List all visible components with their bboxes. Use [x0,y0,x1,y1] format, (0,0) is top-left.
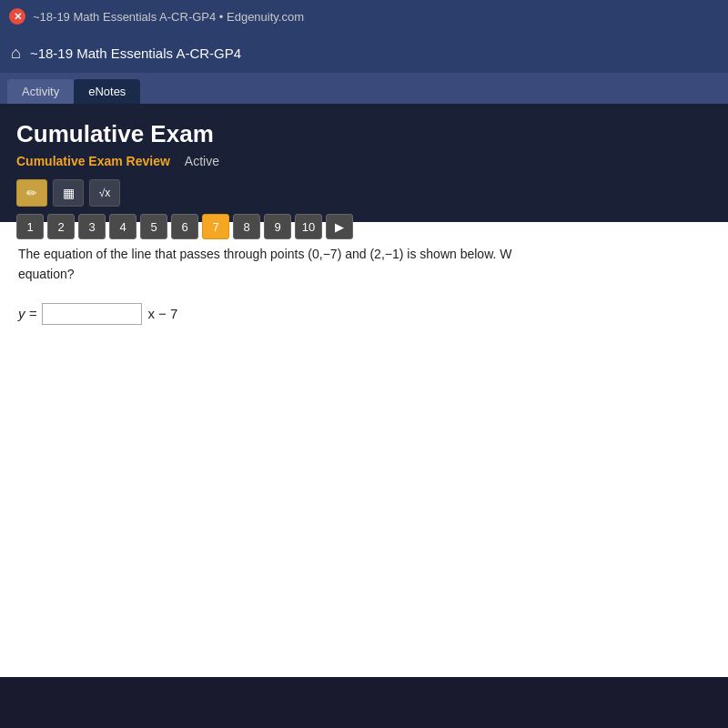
answer-suffix: x − 7 [147,306,177,321]
question-button-9[interactable]: 9 [264,214,291,239]
exam-subtitle: Cumulative Exam Review [16,154,170,168]
answer-row: y = x − 7 [18,303,710,325]
tabs-row: Activity eNotes [0,73,728,104]
tab-enotes[interactable]: eNotes [74,79,140,104]
close-button[interactable]: ✕ [9,8,25,25]
question-button-4[interactable]: 4 [109,214,136,239]
tab-activity[interactable]: Activity [7,79,74,104]
answer-input[interactable] [42,303,142,325]
browser-bar: ✕ ~18-19 Math Essentials A-CR-GP4 • Edge… [0,0,728,33]
app-title: ~18-19 Math Essentials A-CR-GP4 [30,46,241,61]
sqrt-tool-button[interactable]: √x [89,179,120,207]
exam-title: Cumulative Exam [16,120,712,148]
calculator-tool-button[interactable]: ▦ [53,179,84,207]
question-button-3[interactable]: 3 [78,214,106,239]
question-button-5[interactable]: 5 [140,214,167,239]
dark-banner: Cumulative Exam Cumulative Exam Review A… [0,104,728,222]
answer-label: y = [18,306,36,321]
home-icon[interactable]: ⌂ [11,44,21,63]
pencil-tool-button[interactable]: ✏ [16,179,47,207]
point2: (2,−1) [369,247,403,261]
question-text: The equation of the line that passes thr… [18,244,710,285]
question-button-7[interactable]: 7 [202,214,229,239]
next-question-button[interactable]: ▶ [326,214,353,239]
point1: (0,−7) [308,247,341,261]
tools-row: ✏ ▦ √x [16,179,712,207]
question-button-1[interactable]: 1 [16,214,44,239]
app-header: ⌂ ~18-19 Math Essentials A-CR-GP4 [0,33,728,73]
question-button-8[interactable]: 8 [233,214,260,239]
question-button-6[interactable]: 6 [171,214,198,239]
question-button-2[interactable]: 2 [47,214,75,239]
browser-title: ~18-19 Math Essentials A-CR-GP4 • Edgenu… [33,10,719,24]
content-area: The equation of the line that passes thr… [0,222,728,677]
status-badge: Active [185,154,219,168]
exam-subtitle-row: Cumulative Exam Review Active [16,154,712,168]
question-button-10[interactable]: 10 [295,214,322,239]
